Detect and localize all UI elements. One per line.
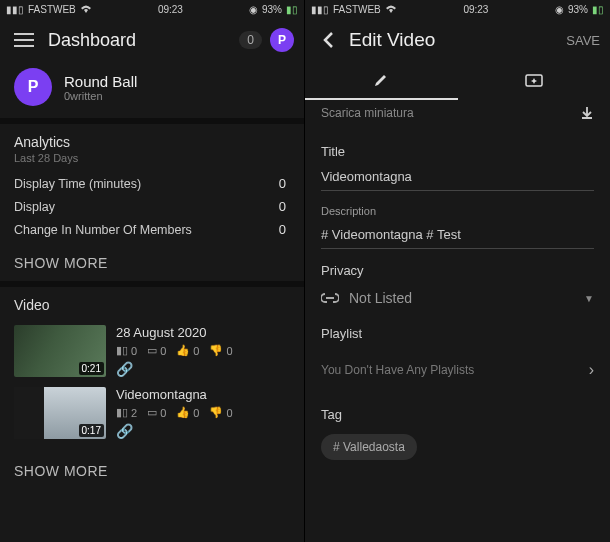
edit-header: Edit Video SAVE xyxy=(305,18,610,62)
playlist-selector[interactable]: You Don't Have Any Playlists › xyxy=(321,347,594,393)
clock: 09:23 xyxy=(463,4,488,15)
dislike-icon: 👎 xyxy=(209,344,223,357)
analytics-subtitle: Last 28 Days xyxy=(14,152,290,164)
download-thumbnail-row[interactable]: Scarica miniatura xyxy=(321,100,594,130)
carrier-label: FASTWEB xyxy=(28,4,76,15)
tab-edit[interactable] xyxy=(305,62,458,100)
comments-count: 0 xyxy=(160,407,166,419)
video-thumbnail: 0:21 xyxy=(14,325,106,377)
stat-label: Display xyxy=(14,200,55,214)
battery-percent: 93% xyxy=(568,4,588,15)
dislike-icon: 👎 xyxy=(209,406,223,419)
views-icon: ▮▯ xyxy=(116,344,128,357)
page-title: Edit Video xyxy=(349,29,435,51)
video-thumbnail: 0:17 xyxy=(14,387,106,439)
privacy-value: Not Listed xyxy=(349,290,574,306)
dislikes-count: 0 xyxy=(226,407,232,419)
stat-row[interactable]: Display Time (minutes) 0 xyxy=(14,172,290,195)
camera-enhance-icon xyxy=(525,72,543,88)
save-button[interactable]: SAVE xyxy=(566,33,600,48)
battery-percent: 93% xyxy=(262,4,282,15)
video-item[interactable]: 0:17 Videomontagna ▮▯2 ▭0 👍0 👎0 🔗 xyxy=(14,387,290,439)
analytics-section: Analytics Last 28 Days Display Time (min… xyxy=(0,124,304,245)
video-stats: ▮▯2 ▭0 👍0 👎0 xyxy=(116,406,233,419)
stat-label: Display Time (minutes) xyxy=(14,177,141,191)
channel-row[interactable]: P Round Ball 0written xyxy=(0,62,304,118)
clock: 09:23 xyxy=(158,4,183,15)
videos-section: Video 0:21 28 August 2020 ▮▯0 ▭0 👍0 👎0 🔗… xyxy=(0,287,304,453)
like-icon: 👍 xyxy=(176,344,190,357)
stat-row[interactable]: Display 0 xyxy=(14,195,290,218)
battery-icon: ◉ xyxy=(555,4,564,15)
views-count: 0 xyxy=(131,345,137,357)
privacy-label: Privacy xyxy=(321,263,594,278)
link-icon[interactable]: 🔗 xyxy=(116,361,233,377)
app-header: Dashboard 0 P xyxy=(0,18,304,62)
edit-form: Scarica miniatura Title Description Priv… xyxy=(305,100,610,542)
playlist-empty-text: You Don't Have Any Playlists xyxy=(321,363,474,377)
tab-card[interactable] xyxy=(458,62,611,100)
stat-value: 0 xyxy=(279,176,286,191)
channel-avatar: P xyxy=(14,68,52,106)
video-duration: 0:17 xyxy=(79,424,104,437)
show-more-videos[interactable]: SHOW MORE xyxy=(0,453,304,489)
title-input[interactable] xyxy=(321,165,594,191)
views-icon: ▮▯ xyxy=(116,406,128,419)
tag-label: Tag xyxy=(321,407,594,422)
chevron-right-icon: › xyxy=(589,361,594,379)
video-item[interactable]: 0:21 28 August 2020 ▮▯0 ▭0 👍0 👎0 🔗 xyxy=(14,325,290,377)
show-more-analytics[interactable]: SHOW MORE xyxy=(0,245,304,281)
comments-icon: ▭ xyxy=(147,406,157,419)
video-title: Videomontagna xyxy=(116,387,233,402)
dislikes-count: 0 xyxy=(226,345,232,357)
wifi-icon xyxy=(385,4,397,14)
stat-row[interactable]: Change In Number Of Members 0 xyxy=(14,218,290,241)
like-icon: 👍 xyxy=(176,406,190,419)
stat-value: 0 xyxy=(279,199,286,214)
video-duration: 0:21 xyxy=(79,362,104,375)
hamburger-icon[interactable] xyxy=(10,26,38,54)
dashboard-panel: ▮▮▯ FASTWEB 09:23 ◉ 93% ▮▯ Dashboard 0 P… xyxy=(0,0,305,542)
title-label: Title xyxy=(321,144,594,159)
channel-name: Round Ball xyxy=(64,73,137,90)
video-stats: ▮▯0 ▭0 👍0 👎0 xyxy=(116,344,233,357)
likes-count: 0 xyxy=(193,345,199,357)
wifi-icon xyxy=(80,4,92,14)
edit-video-panel: ▮▮▯ FASTWEB 09:23 ◉ 93% ▮▯ Edit Video SA… xyxy=(305,0,610,542)
comments-icon: ▭ xyxy=(147,344,157,357)
pencil-icon xyxy=(373,72,389,88)
tag-chip[interactable]: # Valledaosta xyxy=(321,434,417,460)
signal-icon: ▮▮▯ xyxy=(6,4,24,15)
comments-count: 0 xyxy=(160,345,166,357)
analytics-title: Analytics xyxy=(14,134,290,150)
stat-label: Change In Number Of Members xyxy=(14,223,192,237)
status-bar: ▮▮▯ FASTWEB 09:23 ◉ 93% ▮▯ xyxy=(0,0,304,18)
link-icon xyxy=(321,292,339,304)
description-label: Description xyxy=(321,205,594,217)
video-title: 28 August 2020 xyxy=(116,325,233,340)
battery-charge-icon: ▮▯ xyxy=(592,4,604,15)
download-thumbnail-label: Scarica miniatura xyxy=(321,106,414,120)
description-input[interactable] xyxy=(321,223,594,249)
avatar[interactable]: P xyxy=(270,28,294,52)
battery-charge-icon: ▮▯ xyxy=(286,4,298,15)
videos-title: Video xyxy=(14,297,290,313)
page-title: Dashboard xyxy=(48,30,136,51)
status-bar: ▮▮▯ FASTWEB 09:23 ◉ 93% ▮▯ xyxy=(305,0,610,18)
back-button[interactable] xyxy=(315,26,343,54)
download-icon xyxy=(580,106,594,120)
signal-icon: ▮▮▯ xyxy=(311,4,329,15)
channel-subtext: 0written xyxy=(64,90,137,102)
battery-icon: ◉ xyxy=(249,4,258,15)
notification-badge[interactable]: 0 xyxy=(239,31,262,49)
carrier-label: FASTWEB xyxy=(333,4,381,15)
playlist-label: Playlist xyxy=(321,326,594,341)
privacy-selector[interactable]: Not Listed ▼ xyxy=(321,284,594,312)
chevron-down-icon: ▼ xyxy=(584,293,594,304)
likes-count: 0 xyxy=(193,407,199,419)
link-icon[interactable]: 🔗 xyxy=(116,423,233,439)
views-count: 2 xyxy=(131,407,137,419)
stat-value: 0 xyxy=(279,222,286,237)
edit-tabs xyxy=(305,62,610,100)
